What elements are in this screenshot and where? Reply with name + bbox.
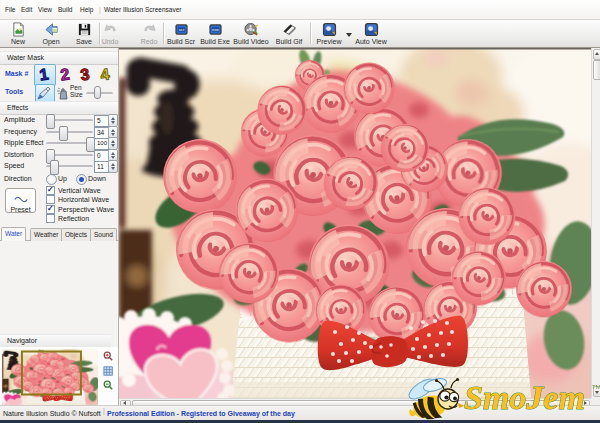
svg-text:exe: exe [212,27,220,32]
svg-text:3: 3 [79,65,90,83]
svg-text:SmoJem: SmoJem [464,379,585,416]
svg-text:4: 4 [99,65,110,83]
svg-text:1: 1 [38,65,49,83]
svg-text:scr: scr [178,27,184,32]
svg-text:2: 2 [59,65,70,83]
svg-text:TM: TM [592,384,600,390]
